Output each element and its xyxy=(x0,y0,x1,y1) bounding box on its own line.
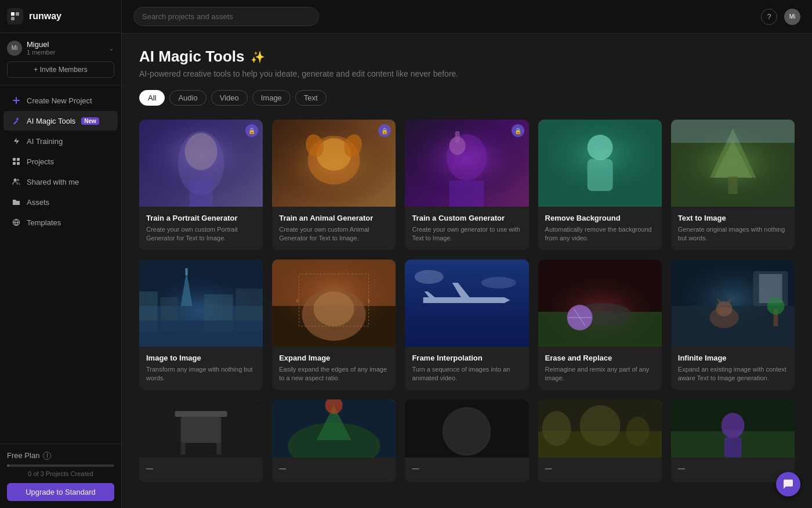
tool-card-body: Train an Animal Generator Create your ow… xyxy=(272,207,396,250)
tool-card-image-to-image[interactable]: Image to Image Transform any image with … xyxy=(139,260,263,390)
svg-point-93 xyxy=(626,417,649,446)
info-icon[interactable]: i xyxy=(43,452,51,460)
svg-rect-79 xyxy=(181,417,222,443)
svg-rect-4 xyxy=(13,100,20,101)
tool-card-remove-bg[interactable]: Remove Background Automatically remove t… xyxy=(538,120,662,250)
filter-tab-audio[interactable]: Audio xyxy=(169,90,206,106)
svg-point-91 xyxy=(542,411,571,446)
svg-rect-81 xyxy=(217,443,222,455)
tool-card-image xyxy=(671,260,795,347)
tool-card-body: Text to Image Generate original images w… xyxy=(671,207,795,250)
tool-card-desc: Create your own custom Portrait Generato… xyxy=(146,225,256,243)
svg-point-74 xyxy=(716,301,732,316)
tool-card-image: ‹ › xyxy=(272,260,396,347)
user-info: Mi Miguel 1 member xyxy=(7,40,56,56)
tool-card-title: Infinite Image xyxy=(678,354,788,362)
tool-card-expand-image[interactable]: ‹ › Expand Image Easily expand the edges… xyxy=(272,260,396,390)
tool-card-body: Remove Background Automatically remove t… xyxy=(538,207,662,250)
projects-count: 0 of 3 Projects Created xyxy=(7,470,114,477)
svg-rect-30 xyxy=(538,120,662,207)
tool-card-body: — xyxy=(272,457,396,482)
invite-members-button[interactable]: + Invite Members xyxy=(7,62,114,78)
tool-card-image xyxy=(671,120,795,207)
sidebar-item-templates[interactable]: Templates xyxy=(3,212,118,232)
topbar-avatar[interactable]: Mi xyxy=(784,9,800,25)
sidebar-item-training-label: AI Training xyxy=(27,137,63,146)
tool-card-title: — xyxy=(279,464,389,473)
filter-tab-text[interactable]: Text xyxy=(295,90,327,106)
filter-tab-image[interactable]: Image xyxy=(252,90,291,106)
tool-card-image xyxy=(405,399,528,457)
svg-rect-1 xyxy=(16,12,19,16)
tool-card-body: — xyxy=(139,457,263,482)
tool-card-body: Frame Interpolation Turn a sequence of i… xyxy=(405,347,528,390)
upgrade-button[interactable]: Upgrade to Standard xyxy=(7,483,114,501)
new-badge: New xyxy=(81,117,99,125)
tool-card-frame-interpolation[interactable]: Frame Interpolation Turn a sequence of i… xyxy=(405,260,528,390)
tool-card-desc: Turn a sequence of images into an animat… xyxy=(412,365,521,383)
tool-card-train-animal[interactable]: 🔒 Train an Animal Generator Create your … xyxy=(272,120,396,250)
help-button[interactable]: ? xyxy=(761,9,777,25)
sidebar-nav: Create New Project AI Magic Tools New AI… xyxy=(0,85,121,444)
svg-point-25 xyxy=(449,136,466,155)
tool-card-infinite-image[interactable]: Infinite Image Expand an existing image … xyxy=(671,260,795,390)
tool-card-desc: Transform any image with nothing but wor… xyxy=(146,365,256,383)
sidebar-item-assets[interactable]: Assets xyxy=(3,192,118,212)
tool-card-image xyxy=(405,260,528,347)
globe-icon xyxy=(12,218,21,227)
tool-card-title: Text to Image xyxy=(678,214,788,222)
svg-rect-97 xyxy=(724,437,741,457)
tool-card-title: Image to Image xyxy=(146,354,256,362)
topbar: ? Mi xyxy=(122,0,812,34)
svg-rect-2 xyxy=(11,17,14,20)
card-badge: 🔒 xyxy=(512,124,524,137)
svg-point-87 xyxy=(443,407,491,456)
tool-card-body: Infinite Image Expand an existing image … xyxy=(671,347,795,390)
sidebar-item-create-project[interactable]: Create New Project xyxy=(3,91,118,110)
user-name: Miguel xyxy=(27,40,56,49)
filter-tab-all[interactable]: All xyxy=(139,90,165,106)
page-body: AI Magic Tools ✨ AI-powered creative too… xyxy=(122,34,812,508)
title-icon: ✨ xyxy=(251,50,265,64)
tool-card-image xyxy=(671,399,795,457)
tool-card-image xyxy=(538,120,662,207)
tools-grid: 🔒 Train a Portrait Generator Create your… xyxy=(139,120,795,482)
tool-card-row3-4[interactable]: — xyxy=(538,399,662,482)
tool-card-text-to-image[interactable]: Text to Image Generate original images w… xyxy=(671,120,795,250)
folder-icon xyxy=(12,197,21,207)
tool-card-train-portrait[interactable]: 🔒 Train a Portrait Generator Create your… xyxy=(139,120,263,250)
tool-card-train-custom[interactable]: 🔒 Train a Custom Generator Create your o… xyxy=(405,120,528,250)
svg-point-57 xyxy=(415,270,444,284)
tool-card-title: Remove Background xyxy=(545,214,655,222)
svg-point-10 xyxy=(17,179,19,181)
sidebar-item-training[interactable]: AI Training xyxy=(3,131,118,151)
wand-icon xyxy=(12,116,21,125)
tool-card-body: Image to Image Transform any image with … xyxy=(139,347,263,390)
tool-card-title: Train a Custom Generator xyxy=(412,214,521,222)
sidebar-item-magic-tools[interactable]: AI Magic Tools New xyxy=(3,111,118,131)
plus-icon xyxy=(12,96,21,105)
svg-rect-80 xyxy=(181,443,186,455)
sidebar-item-projects[interactable]: Projects xyxy=(3,152,118,171)
bolt-icon xyxy=(12,136,21,146)
tool-card-row3-2[interactable]: — xyxy=(272,399,396,482)
search-input[interactable] xyxy=(133,7,319,26)
tool-card-image: 🔒 xyxy=(272,120,396,207)
tool-card-row3-5[interactable]: — xyxy=(671,399,795,482)
tool-card-desc: Reimagine and remix any part of any imag… xyxy=(545,365,655,383)
tool-card-title: — xyxy=(678,464,788,473)
chat-button[interactable] xyxy=(776,472,800,496)
main-content: ? Mi AI Magic Tools ✨ AI-powered creativ… xyxy=(122,0,812,508)
tool-card-row3-3[interactable]: — xyxy=(405,399,528,482)
tool-card-body: — xyxy=(538,457,662,482)
sidebar-item-shared[interactable]: Shared with me xyxy=(3,172,118,192)
free-plan-text: Free Plan xyxy=(7,451,39,460)
svg-text:›: › xyxy=(368,296,371,305)
filter-tab-video[interactable]: Video xyxy=(211,90,248,106)
tool-card-body: Train a Portrait Generator Create your o… xyxy=(139,207,263,250)
tool-card-row3-1[interactable]: — xyxy=(139,399,263,482)
tool-card-erase-replace[interactable]: Erase and Replace Reimagine and remix an… xyxy=(538,260,662,390)
sidebar-header: runway xyxy=(0,0,121,33)
page-title-row: AI Magic Tools ✨ xyxy=(139,48,795,66)
user-chevron-icon[interactable]: ⌄ xyxy=(108,44,114,52)
